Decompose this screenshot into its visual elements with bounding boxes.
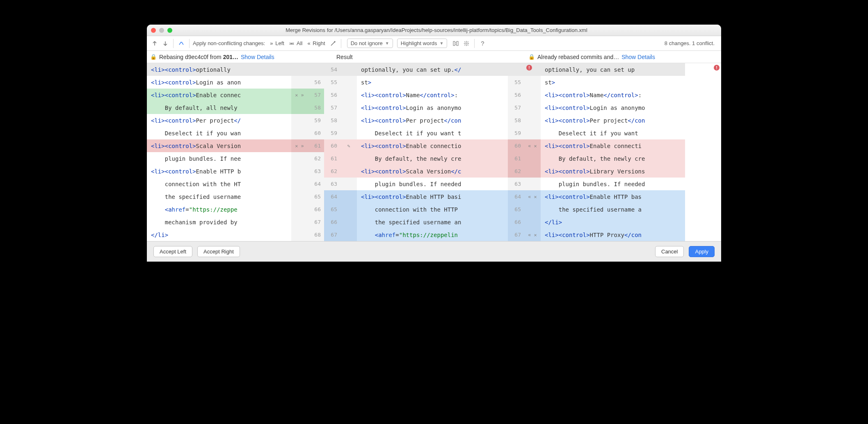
right-line-gutter: 55565758596061626364656667 [508,63,524,241]
ignore-dropdown[interactable]: Do not ignore▼ [347,39,393,48]
highlight-dropdown[interactable]: Highlight words▼ [397,39,448,48]
result-code-pane[interactable]: optionally, you can set up.</st><li><con… [357,63,508,241]
pane-headers: 🔒 Rebasing d9ec4c0f from 201… Show Detai… [147,51,721,63]
toolbar: Apply non-conflicting changes: » Left »«… [147,36,721,51]
left-code-pane[interactable]: <li><control>optionally<li><control>Logi… [147,63,291,241]
apply-left-button[interactable]: » Left [268,39,286,47]
sync-scroll-icon[interactable] [451,39,460,48]
svg-rect-1 [457,41,458,46]
error-icon[interactable]: ! [714,65,720,71]
error-icon[interactable]: ! [526,65,532,71]
magic-resolve-icon[interactable] [329,39,338,48]
close-icon[interactable] [151,28,156,33]
mid-action-gutter[interactable]: ✎ [340,63,357,241]
show-details-link[interactable]: Show Details [621,54,655,60]
left-line-gutter: 56575859606162636465666768 [308,63,324,241]
left-pane-header: 🔒 Rebasing d9ec4c0f from 201… Show Detai… [147,54,324,60]
left-action-gutter[interactable]: ✕ »✕ » [291,63,308,241]
diff-view: ! ! ! <li><control>optionally<li><contro… [147,63,721,241]
prev-change-icon[interactable] [150,39,159,48]
accept-right-button[interactable]: Accept Right [197,246,240,257]
right-pane-header: 🔒 Already rebased commits and… Show Deta… [524,54,721,60]
footer: Accept Left Accept Right Cancel Apply [147,241,721,262]
titlebar[interactable]: Merge Revisions for /Users/anna.gasparya… [147,25,721,36]
zoom-icon[interactable] [167,28,172,33]
help-icon[interactable]: ? [478,39,487,48]
cancel-button[interactable]: Cancel [655,246,684,257]
apply-all-button[interactable]: »« All [288,39,304,47]
svg-point-2 [466,43,467,44]
right-code-pane[interactable]: optionally, you can set upst><li><contro… [541,63,685,241]
show-details-link[interactable]: Show Details [241,54,274,60]
gear-icon[interactable] [462,39,471,48]
window-title: Merge Revisions for /Users/anna.gasparya… [172,27,717,33]
changes-status: 8 changes. 1 conflict. [665,40,718,46]
compare-icon[interactable] [177,39,186,48]
right-action-gutter[interactable]: « ✕« ✕« ✕ [524,63,541,241]
merge-dialog: Merge Revisions for /Users/anna.gasparya… [147,25,721,262]
result-pane-header: Result [324,54,524,60]
lock-icon: 🔒 [150,54,157,60]
mid-line-gutter: 5455565758596061626364656667 [324,63,340,241]
window-controls [151,28,172,33]
apply-right-button[interactable]: « Right [306,39,327,47]
svg-rect-0 [453,41,455,46]
accept-left-button[interactable]: Accept Left [153,246,192,257]
apply-label: Apply non-conflicting changes: [193,40,265,46]
lock-icon: 🔒 [528,54,535,60]
apply-button[interactable]: Apply [689,246,715,257]
minimize-icon[interactable] [159,28,164,33]
next-change-icon[interactable] [161,39,170,48]
